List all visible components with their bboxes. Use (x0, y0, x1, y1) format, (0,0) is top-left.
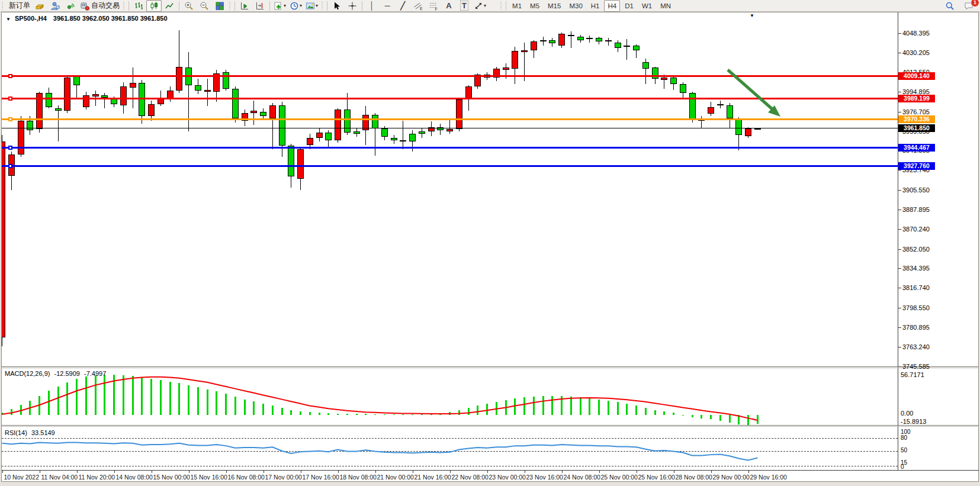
level-line-3927.760[interactable] (2, 165, 898, 167)
price-tick-mark (898, 268, 901, 269)
candle (130, 83, 136, 87)
text-tool-button[interactable]: A (441, 0, 457, 12)
arrows-tool-button[interactable]: ▾ (472, 0, 488, 12)
level-line-3944.467[interactable] (2, 147, 898, 149)
candle (269, 105, 276, 118)
horizontal-line-tool-button[interactable]: ─ (380, 0, 395, 12)
price-axis-border (898, 12, 898, 470)
time-tick-mark (375, 471, 376, 473)
macd-main-value: -12.5909 (54, 370, 79, 377)
price-pane[interactable] (2, 12, 898, 366)
market-watch-button[interactable] (63, 0, 78, 12)
candle (223, 72, 229, 89)
rsi-pane[interactable]: RSI(14) 33.5149 (2, 427, 898, 469)
time-tick-mark (114, 471, 115, 473)
level-line-handle[interactable] (8, 74, 12, 78)
tile-windows-button[interactable] (212, 0, 227, 12)
timeframe-MN[interactable]: MN (657, 0, 674, 12)
timeframe-H1[interactable]: H1 (587, 0, 603, 12)
templates-button[interactable]: ▾ (304, 0, 320, 12)
level-price-label: 3989.199 (898, 95, 935, 102)
time-axis[interactable]: 10 Nov 202211 Nov 04:0011 Nov 20:0014 No… (2, 471, 898, 481)
periods-button[interactable]: ▾ (288, 0, 304, 12)
timeframe-M1[interactable]: M1 (509, 0, 525, 12)
time-tick-label: 21 Nov 16:00 (415, 474, 451, 481)
timeframe-M5[interactable]: M5 (526, 0, 543, 12)
pane-splitter[interactable] (2, 366, 979, 367)
chart-shift-button[interactable] (252, 0, 268, 12)
price-tick-label: 3834.395 (902, 265, 930, 272)
zoom-out-button[interactable] (197, 0, 212, 12)
candle (558, 34, 565, 46)
indicators-button[interactable]: ▾ (272, 0, 288, 12)
macd-signal-line (2, 368, 898, 425)
pane-splitter[interactable] (2, 425, 979, 426)
price-tick-mark (898, 53, 901, 53)
timeframe-M30[interactable]: M30 (565, 0, 586, 12)
line-chart-mode-button[interactable] (162, 0, 177, 12)
candle (46, 93, 52, 107)
profiles-button[interactable] (47, 0, 63, 12)
candle (55, 108, 62, 111)
candlestick-chart-icon (149, 1, 159, 11)
candle-wick (608, 38, 609, 46)
level-line-handle[interactable] (8, 117, 12, 121)
rsi-scale-label: 0 (901, 464, 904, 470)
toolbar-grip[interactable] (500, 2, 503, 10)
level-line-3989.199[interactable] (2, 98, 898, 99)
trendline-tool-button[interactable]: ╱ (395, 0, 410, 12)
candle (372, 115, 378, 128)
macd-pane[interactable]: MACD(12,26,9) -12.5909 -7.4997 (2, 368, 898, 425)
level-line-4009.140[interactable] (2, 75, 898, 77)
time-tick-label: 16 Nov 08:00 (228, 474, 265, 481)
level-line-3970.336[interactable] (2, 118, 898, 120)
level-line-handle[interactable] (8, 96, 12, 101)
crosshair-tool-button[interactable] (345, 0, 360, 12)
cursor-tool-button[interactable] (329, 0, 345, 12)
toolbar-grip[interactable] (1, 2, 4, 10)
candle (531, 41, 537, 50)
timeframe-M15[interactable]: M15 (544, 0, 564, 12)
new-order-button[interactable]: 新订单 (5, 0, 32, 12)
symbol-caret-icon: ▼ (6, 17, 11, 22)
candlestick-mode-button[interactable] (146, 0, 162, 12)
new-chart-button[interactable] (32, 0, 47, 12)
toolbar-grip[interactable] (229, 2, 232, 10)
timeframe-W1[interactable]: W1 (638, 0, 656, 12)
equidistant-channel-tool-button[interactable]: E (410, 0, 426, 12)
zoom-in-button[interactable] (181, 0, 197, 12)
macd-signal-value: -7.4997 (84, 370, 106, 377)
level-line-handle[interactable] (8, 164, 12, 168)
level-line-handle[interactable] (8, 146, 12, 150)
timeframe-D1[interactable]: D1 (621, 0, 637, 12)
autotrade-button[interactable]: 自动交易 (78, 0, 121, 12)
bar-chart-mode-button[interactable] (131, 0, 146, 12)
toolbar-grip[interactable] (321, 2, 324, 10)
timeframe-H4[interactable]: H4 (604, 0, 620, 12)
arrows-icon (474, 1, 483, 11)
search-button[interactable] (942, 0, 957, 12)
text-label-tool-button[interactable]: T (457, 0, 472, 12)
time-tick-label: 25 Nov 16:00 (638, 474, 675, 481)
candle (419, 131, 425, 134)
level-line-3961.850[interactable] (2, 128, 898, 128)
vertical-line-tool-button[interactable]: │ (364, 0, 380, 12)
trend-arrow-annotation[interactable] (2, 12, 898, 366)
notifications-button[interactable]: 1 (961, 0, 976, 12)
auto-scroll-button[interactable] (237, 0, 252, 12)
candle (540, 40, 547, 41)
price-tick-mark (898, 210, 901, 210)
time-tick-label: 28 Nov 08:00 (676, 474, 712, 481)
fibonacci-tool-button[interactable]: F (426, 0, 441, 12)
price-tick-mark (898, 170, 901, 170)
candle (409, 134, 416, 141)
candle (456, 99, 462, 129)
candle (344, 110, 351, 133)
candle (708, 107, 714, 114)
separator (506, 1, 506, 11)
time-tick-mark (599, 471, 600, 473)
candle (521, 50, 528, 53)
chart-dropdown-caret[interactable]: ▼ (750, 13, 754, 18)
toolbar-grip[interactable] (123, 2, 126, 10)
candle (176, 67, 182, 91)
